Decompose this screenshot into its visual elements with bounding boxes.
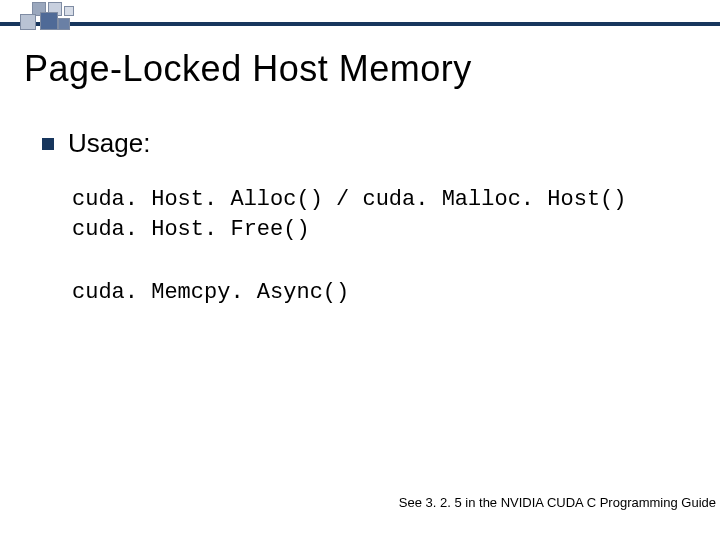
square-bullet-icon xyxy=(42,138,54,150)
deco-square xyxy=(40,12,58,30)
code-line: cuda. Host. Free() xyxy=(72,215,696,245)
deco-square xyxy=(58,18,70,30)
bullet-text: Usage: xyxy=(68,128,150,159)
header-decoration xyxy=(0,0,720,40)
code-line: cuda. Host. Alloc() / cuda. Malloc. Host… xyxy=(72,185,696,215)
code-line: cuda. Memcpy. Async() xyxy=(72,278,696,308)
code-block-2: cuda. Memcpy. Async() xyxy=(72,278,696,308)
deco-square xyxy=(64,6,74,16)
slide-title: Page-Locked Host Memory xyxy=(24,48,696,90)
footnote: See 3. 2. 5 in the NVIDIA CUDA C Program… xyxy=(399,495,716,510)
header-bar xyxy=(0,22,720,26)
bullet-row: Usage: xyxy=(42,128,696,159)
deco-square xyxy=(20,14,36,30)
slide-content: Page-Locked Host Memory Usage: cuda. Hos… xyxy=(24,48,696,342)
code-block-1: cuda. Host. Alloc() / cuda. Malloc. Host… xyxy=(72,185,696,244)
